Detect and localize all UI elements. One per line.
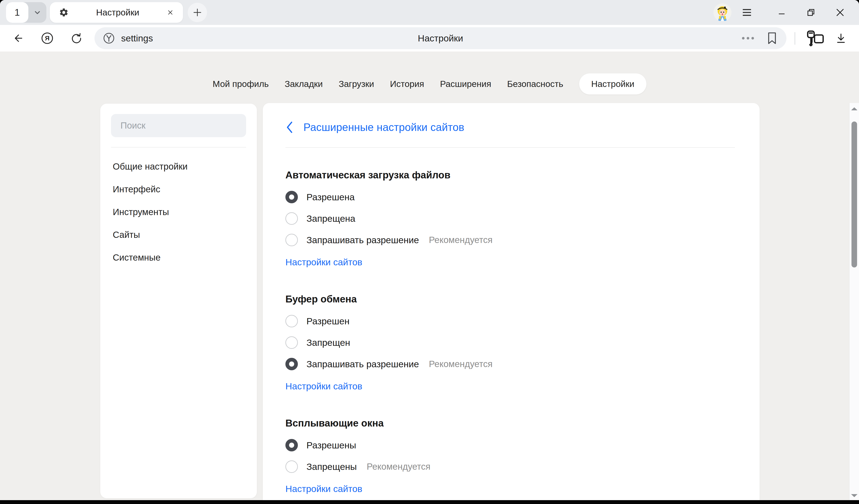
radio-label: Запрашивать разрешение: [306, 235, 419, 245]
radio-label: Запрещены: [306, 461, 357, 472]
toolbar-divider: [795, 32, 795, 45]
back-chevron-icon[interactable]: [285, 121, 293, 134]
radio-selected-icon[interactable]: [285, 439, 298, 452]
tab-count-badge[interactable]: 1: [6, 2, 28, 23]
sidebar-list: Общие настройки Интерфейс Инструменты Са…: [100, 155, 257, 269]
search-input[interactable]: [111, 114, 246, 137]
site-settings-link[interactable]: Настройки сайтов: [285, 253, 362, 272]
section-title: Буфер обмена: [285, 293, 735, 305]
recommended-note: Рекомендуется: [429, 235, 493, 245]
radio-label: Разрешен: [306, 316, 349, 326]
window-close-icon[interactable]: [834, 6, 846, 18]
site-settings-link[interactable]: Настройки сайтов: [285, 377, 362, 396]
new-tab-plus-icon[interactable]: [188, 3, 207, 22]
nav-tab-history[interactable]: История: [390, 73, 424, 94]
radio-unselected-icon[interactable]: [285, 315, 298, 327]
settings-main-card: Расширенные настройки сайтов Автоматичес…: [263, 103, 759, 504]
sidebar-item-sites[interactable]: Сайты: [100, 224, 257, 246]
sidebar-divider: [111, 147, 246, 148]
bookmark-icon[interactable]: [766, 27, 778, 49]
radio-unselected-icon[interactable]: [285, 234, 298, 246]
radio-unselected-icon[interactable]: [285, 336, 298, 349]
back-arrow-icon[interactable]: [11, 31, 25, 45]
chevron-down-icon[interactable]: [28, 9, 46, 17]
gear-icon: [59, 7, 69, 17]
menu-hamburger-icon[interactable]: [741, 6, 753, 18]
radio-group: Разрешен Запрещен Запрашивать разрешение…: [285, 310, 735, 375]
section-title: Всплывающие окна: [285, 417, 735, 429]
scroll-down-icon[interactable]: [851, 494, 858, 497]
window-restore-icon[interactable]: [805, 6, 817, 18]
nav-tab-downloads[interactable]: Загрузки: [339, 73, 374, 94]
section-popups: Всплывающие окна Разрешены Запрещены Рек…: [285, 417, 735, 499]
radio-option[interactable]: Разрешен: [285, 310, 735, 332]
radio-unselected-icon[interactable]: [285, 212, 298, 225]
back-to-sites-header[interactable]: Расширенные настройки сайтов: [285, 119, 735, 135]
page-scrollbar[interactable]: [849, 103, 859, 504]
browser-window: 1 Настройки: [0, 0, 859, 504]
recommended-note: Рекомендуется: [366, 461, 431, 472]
settings-nav: Мой профиль Закладки Загрузки История Ра…: [0, 73, 859, 94]
tab-close-icon[interactable]: [167, 9, 174, 16]
radio-option[interactable]: Запрещен: [285, 332, 735, 353]
sidebar-item-general[interactable]: Общие настройки: [100, 155, 257, 178]
radio-group: Разрешены Запрещены Рекомендуется: [285, 434, 735, 477]
radio-selected-icon[interactable]: [285, 358, 298, 370]
sidebar-item-tools[interactable]: Инструменты: [100, 201, 257, 224]
settings-page: Мой профиль Закладки Загрузки История Ра…: [0, 51, 859, 504]
radio-unselected-icon[interactable]: [285, 460, 298, 473]
nav-tab-extensions[interactable]: Расширения: [440, 73, 491, 94]
recommended-note: Рекомендуется: [429, 359, 493, 369]
radio-option[interactable]: Запрещена: [285, 208, 735, 229]
nav-tab-settings[interactable]: Настройки: [579, 73, 646, 94]
radio-option[interactable]: Запрашивать разрешение Рекомендуется: [285, 353, 735, 375]
yandex-logo-icon[interactable]: Я: [40, 31, 54, 45]
tab-strip: 1 Настройки: [0, 0, 859, 25]
page-section-title[interactable]: Расширенные настройки сайтов: [303, 121, 464, 134]
radio-label: Разрешены: [306, 440, 356, 450]
address-bar[interactable]: settings Настройки: [94, 27, 786, 49]
settings-sidebar: Общие настройки Интерфейс Инструменты Са…: [100, 104, 257, 498]
svg-text:Я: Я: [45, 34, 49, 42]
radio-label: Запрашивать разрешение: [306, 359, 419, 369]
window-bottom-edge: [0, 500, 859, 504]
radio-selected-icon[interactable]: [285, 191, 298, 203]
header-divider: [285, 147, 735, 148]
scrollbar-thumb[interactable]: [852, 122, 857, 268]
browser-tab-settings[interactable]: Настройки: [50, 2, 183, 23]
window-minimize-icon[interactable]: [776, 6, 788, 18]
radio-option[interactable]: Запрашивать разрешение Рекомендуется: [285, 229, 735, 251]
section-title: Автоматическая загрузка файлов: [285, 169, 735, 181]
tab-group-control[interactable]: 1: [6, 2, 46, 23]
radio-option[interactable]: Разрешены: [285, 434, 735, 456]
more-dots-icon[interactable]: [741, 27, 755, 49]
radio-label: Разрешена: [306, 192, 355, 202]
site-settings-link[interactable]: Настройки сайтов: [285, 479, 362, 499]
radio-label: Запрещен: [306, 337, 350, 348]
radio-option[interactable]: Разрешена: [285, 186, 735, 208]
section-auto-download: Автоматическая загрузка файлов Разрешена…: [285, 169, 735, 272]
nav-tab-bookmarks[interactable]: Закладки: [285, 73, 322, 94]
radio-option[interactable]: Запрещены Рекомендуется: [285, 456, 735, 477]
tab-title: Настройки: [69, 7, 167, 18]
downloads-icon[interactable]: [834, 31, 848, 45]
sidebar-item-interface[interactable]: Интерфейс: [100, 178, 257, 201]
nav-tab-security[interactable]: Безопасность: [507, 73, 563, 94]
reload-icon[interactable]: [70, 31, 83, 45]
browser-toolbar: Я settings Настройки: [0, 25, 859, 51]
page-title: Настройки: [94, 33, 786, 44]
profile-avatar[interactable]: [713, 3, 732, 21]
sidebar-item-system[interactable]: Системные: [100, 246, 257, 269]
nav-tab-profile[interactable]: Мой профиль: [213, 73, 269, 94]
radio-group: Разрешена Запрещена Запрашивать разрешен…: [285, 186, 735, 251]
radio-label: Запрещена: [306, 213, 355, 224]
passwords-icon[interactable]: [803, 31, 827, 45]
section-clipboard: Буфер обмена Разрешен Запрещен Запрашива…: [285, 293, 735, 396]
scroll-up-icon[interactable]: [851, 107, 858, 110]
